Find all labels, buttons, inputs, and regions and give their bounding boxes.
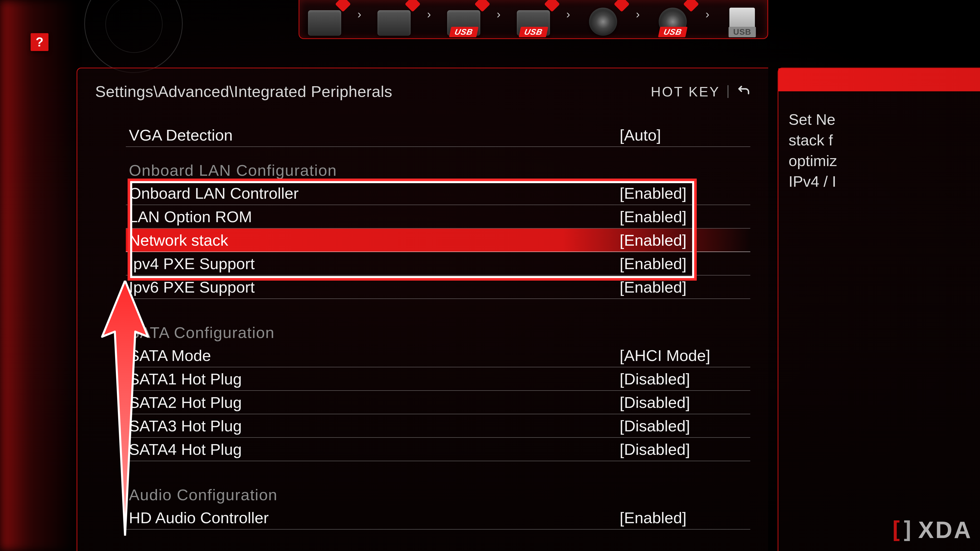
setting-value: [Disabled] xyxy=(620,417,747,435)
usb-tag: USB xyxy=(658,27,687,37)
boot-separator-icon: › xyxy=(427,7,431,21)
hotkey-divider xyxy=(728,85,729,98)
lan-device-icon xyxy=(308,10,341,36)
usb-tag: USB xyxy=(729,27,756,37)
setting-label: Ipv4 PXE Support xyxy=(129,254,620,273)
setting-value: [Disabled] xyxy=(620,370,747,388)
boot-separator-icon: › xyxy=(566,7,570,21)
setting-label: VGA Detection xyxy=(129,126,620,144)
setting-label: SATA4 Hot Plug xyxy=(129,440,620,458)
hotkey-area: HOT KEY xyxy=(651,83,750,100)
row-spacer xyxy=(126,299,750,309)
left-glow xyxy=(0,0,76,551)
boot-device[interactable] xyxy=(585,5,620,36)
setting-label: LAN Option ROM xyxy=(129,208,620,226)
hdd-device-icon xyxy=(377,10,410,36)
setting-row[interactable]: SATA2 Hot Plug[Disabled] xyxy=(126,391,750,414)
setting-row[interactable]: VGA Detection[Auto] xyxy=(126,124,750,147)
setting-row[interactable]: Network stack[Enabled] xyxy=(126,229,750,252)
setting-label: SATA3 Hot Plug xyxy=(129,417,620,435)
boot-device[interactable]: USB xyxy=(516,5,551,36)
usb-tag: USB xyxy=(519,27,548,37)
boot-order-strip: ››USB›USB››USB›USB xyxy=(299,0,768,39)
setting-value: [Enabled] xyxy=(620,184,747,202)
setting-value: [Enabled] xyxy=(620,254,747,273)
setting-label: Onboard LAN Controller xyxy=(129,184,620,202)
setting-label: Audio Configuration xyxy=(129,486,747,504)
disc-device-icon xyxy=(589,8,617,36)
setting-value: [Enabled] xyxy=(620,231,747,249)
help-panel: Set Ne stack f optimiz IPv4 / I xyxy=(778,68,980,551)
xda-logo-icon: [] xyxy=(889,516,912,543)
setting-label: SATA Configuration xyxy=(129,324,747,341)
boot-active-marker-icon xyxy=(683,0,699,12)
boot-separator-icon: › xyxy=(496,7,501,21)
setting-label: Network stack xyxy=(129,231,620,249)
setting-value: [Enabled] xyxy=(620,278,747,296)
section-header: SATA Configuration xyxy=(126,321,750,344)
settings-panel: Settings\Advanced\Integrated Peripherals… xyxy=(76,68,768,551)
setting-value: [Disabled] xyxy=(620,393,747,411)
setting-label: SATA1 Hot Plug xyxy=(129,370,620,388)
setting-row[interactable]: SATA Mode[AHCI Mode] xyxy=(126,344,750,367)
boot-separator-icon: › xyxy=(357,7,361,21)
setting-value: [Disabled] xyxy=(620,440,747,458)
section-header: Onboard LAN Configuration xyxy=(126,159,750,182)
setting-value: [Auto] xyxy=(620,126,747,144)
boot-separator-icon: › xyxy=(636,7,640,21)
boot-device[interactable] xyxy=(307,5,342,36)
help-panel-text: Set Ne stack f optimiz IPv4 / I xyxy=(778,91,980,192)
setting-row[interactable]: SATA3 Hot Plug[Disabled] xyxy=(126,414,750,438)
help-button[interactable]: ? xyxy=(30,33,48,51)
setting-label: Ipv6 PXE Support xyxy=(129,278,620,296)
settings-list: VGA Detection[Auto]Onboard LAN Configura… xyxy=(126,124,750,530)
boot-device[interactable]: USB xyxy=(446,5,481,36)
setting-label: SATA2 Hot Plug xyxy=(129,393,620,411)
setting-row[interactable]: HD Audio Controller[Enabled] xyxy=(126,506,750,530)
setting-label: Onboard LAN Configuration xyxy=(129,161,747,179)
boot-active-marker-icon xyxy=(614,0,629,12)
setting-row[interactable]: SATA4 Hot Plug[Disabled] xyxy=(126,438,750,461)
row-spacer xyxy=(126,461,750,472)
boot-device[interactable]: USB xyxy=(655,5,690,36)
setting-row[interactable]: Ipv6 PXE Support[Enabled] xyxy=(126,275,750,299)
setting-value: [Enabled] xyxy=(620,208,747,226)
boot-separator-icon: › xyxy=(705,7,709,21)
hotkey-label[interactable]: HOT KEY xyxy=(651,84,720,100)
breadcrumb: Settings\Advanced\Integrated Peripherals xyxy=(95,83,392,100)
usb-tag: USB xyxy=(449,27,479,37)
help-panel-header xyxy=(778,68,980,91)
setting-value: [Enabled] xyxy=(620,509,747,527)
setting-label: HD Audio Controller xyxy=(129,509,620,527)
boot-device[interactable] xyxy=(377,5,412,36)
boot-device[interactable]: USB xyxy=(725,5,760,36)
setting-value: [AHCI Mode] xyxy=(620,346,747,365)
setting-row[interactable]: Ipv4 PXE Support[Enabled] xyxy=(126,252,750,275)
xda-text: XDA xyxy=(918,516,972,543)
xda-watermark: [] XDA xyxy=(889,516,972,543)
back-icon[interactable] xyxy=(736,83,750,100)
setting-label: SATA Mode xyxy=(129,346,620,365)
setting-row[interactable]: Onboard LAN Controller[Enabled] xyxy=(126,182,750,205)
section-header: Audio Configuration xyxy=(126,483,750,506)
setting-row[interactable]: LAN Option ROM[Enabled] xyxy=(126,205,750,229)
cpu-gauge-icon xyxy=(84,0,183,73)
setting-row[interactable]: SATA1 Hot Plug[Disabled] xyxy=(126,367,750,391)
